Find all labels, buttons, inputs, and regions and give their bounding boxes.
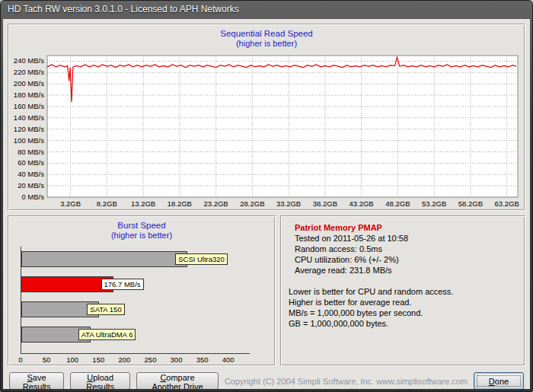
svg-text:3.2GB: 3.2GB xyxy=(60,199,81,208)
done-label: Done xyxy=(484,377,514,386)
svg-text:38.2GB: 38.2GB xyxy=(313,199,337,208)
footer-bar: Save Results Upload Results Compare Anot… xyxy=(9,372,524,389)
burst-chart: SCSI Ultra320176.7 MB/sSATA 150ATA Ultra… xyxy=(21,247,275,365)
svg-text:8.2GB: 8.2GB xyxy=(97,199,117,208)
svg-text:18.2GB: 18.2GB xyxy=(168,199,192,208)
random-access-line: Random access: 0.5ms xyxy=(295,244,517,254)
burst-speed-panel: Burst Speed (higher is better) SCSI Ultr… xyxy=(8,215,276,366)
compare-another-drive-button[interactable]: Compare Another Drive xyxy=(136,372,219,389)
svg-text:120 MB/s: 120 MB/s xyxy=(14,125,44,133)
burst-bar-label: ATA UltraDMA 6 xyxy=(78,329,136,340)
svg-text:20 MB/s: 20 MB/s xyxy=(18,181,44,190)
sequential-read-chart: 240 MB/s220 MB/s200 MB/s180 MB/s160 MB/s… xyxy=(9,51,524,208)
upload-results-button[interactable]: Upload Results xyxy=(70,372,130,389)
compare-another-drive-label: Compare Another Drive xyxy=(146,373,209,389)
note-lower-better: Lower is better for CPU and random acces… xyxy=(289,286,517,297)
info-notes: Lower is better for CPU and random acces… xyxy=(289,286,517,329)
burst-chart-title: Burst Speed xyxy=(8,220,275,231)
svg-text:63.2GB: 63.2GB xyxy=(495,199,519,208)
chart-y-axis-labels: 240 MB/s220 MB/s200 MB/s180 MB/s160 MB/s… xyxy=(14,56,44,201)
burst-bar-label: 176.7 MB/s xyxy=(101,279,144,290)
bottom-row: Burst Speed (higher is better) SCSI Ultr… xyxy=(8,215,525,366)
save-results-label: Save Results xyxy=(19,373,54,389)
burst-axis-tick: 50 xyxy=(43,355,51,364)
done-button[interactable]: Done xyxy=(474,372,524,389)
upload-results-label: Upload Results xyxy=(80,373,120,389)
copyright-text: Copyright (C) 2004 Simpli Software, Inc.… xyxy=(225,377,468,386)
burst-bar xyxy=(21,251,187,267)
burst-axis-tick: 200 xyxy=(118,355,130,364)
svg-text:58.2GB: 58.2GB xyxy=(458,199,483,208)
average-read-line: Average read: 231.8 MB/s xyxy=(295,265,517,276)
chart-x-axis-labels: 3.2GB8.2GB13.2GB18.2GB23.2GB28.2GB33.2GB… xyxy=(60,199,519,208)
app-window: HD Tach RW version 3.0.1.0 - Licensed to… xyxy=(0,0,533,392)
svg-text:220 MB/s: 220 MB/s xyxy=(14,68,44,76)
window-title: HD Tach RW version 3.0.1.0 - Licensed to… xyxy=(8,4,239,14)
drive-info-panel: Patriot Memory PMAP Tested on 2011-05-26… xyxy=(280,215,525,366)
seq-chart-title: Sequential Read Speed xyxy=(8,28,525,39)
svg-text:200 MB/s: 200 MB/s xyxy=(14,79,44,88)
burst-chart-plot: SCSI Ultra320176.7 MB/sSATA 150ATA Ultra… xyxy=(21,247,250,354)
burst-bar xyxy=(21,276,113,292)
svg-text:160 MB/s: 160 MB/s xyxy=(14,102,44,110)
sequential-read-panel: Sequential Read Speed (higher is better)… xyxy=(8,24,525,211)
svg-text:13.2GB: 13.2GB xyxy=(131,199,155,208)
burst-axis-ticks: 050100150200250300350400 xyxy=(21,354,249,365)
burst-bar-label: SCSI Ultra320 xyxy=(175,253,228,265)
svg-text:48.2GB: 48.2GB xyxy=(385,199,410,208)
drive-name: Patriot Memory PMAP xyxy=(295,222,517,233)
note-gb-definition: GB = 1,000,000,000 bytes. xyxy=(289,318,517,329)
burst-axis-tick: 100 xyxy=(66,355,78,364)
svg-text:23.2GB: 23.2GB xyxy=(203,199,228,208)
svg-text:53.2GB: 53.2GB xyxy=(422,199,446,208)
svg-text:140 MB/s: 140 MB/s xyxy=(14,113,44,122)
svg-text:60 MB/s: 60 MB/s xyxy=(18,158,44,167)
burst-axis-tick: 300 xyxy=(171,355,183,364)
svg-text:80 MB/s: 80 MB/s xyxy=(18,148,44,156)
svg-text:40 MB/s: 40 MB/s xyxy=(18,170,44,178)
svg-text:0 MB/s: 0 MB/s xyxy=(21,193,44,201)
svg-text:33.2GB: 33.2GB xyxy=(276,199,301,208)
burst-axis-tick: 250 xyxy=(145,355,157,364)
drive-stats: Tested on 2011-05-26 at 10:58 Random acc… xyxy=(295,233,517,276)
svg-text:43.2GB: 43.2GB xyxy=(349,199,373,208)
svg-text:240 MB/s: 240 MB/s xyxy=(14,56,44,65)
burst-axis-tick: 400 xyxy=(222,355,235,364)
note-mbs-definition: MB/s = 1,000,000 bytes per second. xyxy=(289,308,517,318)
burst-axis-tick: 350 xyxy=(196,355,209,364)
tested-on-line: Tested on 2011-05-26 at 10:58 xyxy=(295,233,517,244)
client-area: Sequential Read Speed (higher is better)… xyxy=(3,19,530,389)
burst-axis-tick: 150 xyxy=(92,355,104,364)
chart-plot-area xyxy=(47,56,518,197)
seq-chart-subtitle: (higher is better) xyxy=(8,39,525,49)
burst-axis-tick: 0 xyxy=(18,355,22,364)
cpu-utilization-line: CPU utilization: 6% (+/- 2%) xyxy=(295,254,517,265)
save-results-button[interactable]: Save Results xyxy=(9,372,64,389)
window-titlebar[interactable]: HD Tach RW version 3.0.1.0 - Licensed to… xyxy=(1,1,532,18)
burst-chart-subtitle: (higher is better) xyxy=(8,231,275,241)
svg-text:180 MB/s: 180 MB/s xyxy=(14,91,44,99)
note-higher-better: Higher is better for average read. xyxy=(289,297,517,308)
burst-bar-label: SATA 150 xyxy=(87,304,124,315)
svg-text:28.2GB: 28.2GB xyxy=(240,199,264,208)
svg-text:100 MB/s: 100 MB/s xyxy=(14,136,44,145)
